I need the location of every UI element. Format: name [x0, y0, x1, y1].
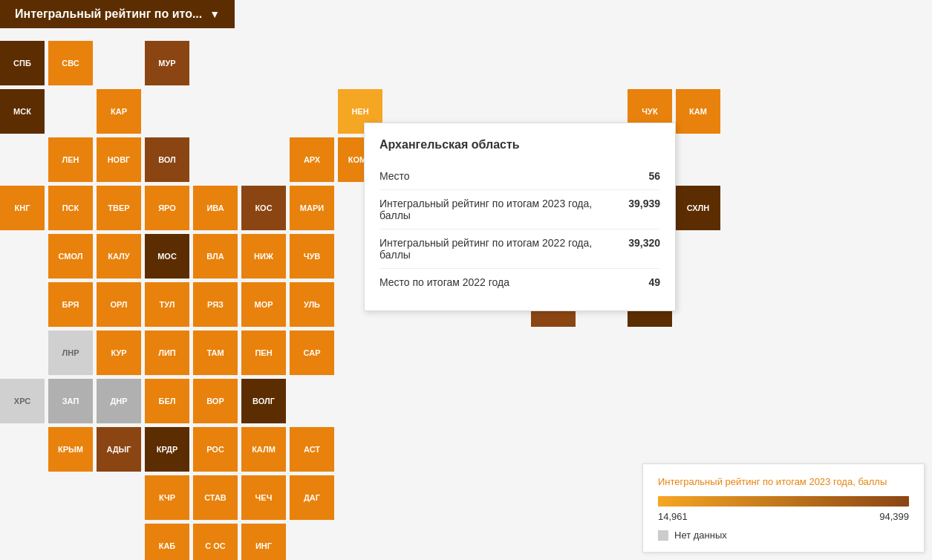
map-cell-dag[interactable]: ДАГ	[290, 475, 334, 520]
map-cell-lnr[interactable]: ЛНР	[48, 331, 93, 375]
map-cell-iva[interactable]: ИВА	[193, 186, 238, 230]
map-cell-volg[interactable]: ВОЛГ	[241, 379, 286, 423]
map-cell-pen[interactable]: ПЕН	[241, 331, 286, 375]
map-cell-kar[interactable]: КАР	[97, 89, 141, 134]
no-data-label: Нет данных	[674, 530, 727, 541]
map-cell-bry[interactable]: БРЯ	[48, 282, 93, 327]
legend-gradient-bar	[658, 496, 909, 507]
map-cell-ros[interactable]: РОС	[193, 427, 238, 472]
header-dropdown[interactable]: Интегральный рейтинг по ито... ▼	[0, 0, 235, 28]
map-cell-nizh[interactable]: НИЖ	[241, 234, 286, 279]
map-cell-tul[interactable]: ТУЛ	[145, 282, 189, 327]
tooltip-title: Архангельская область	[379, 138, 660, 152]
map-cell-krdr[interactable]: КРДР	[145, 427, 189, 472]
tooltip-row-value: 49	[648, 276, 660, 288]
map-cell-novg[interactable]: НОВГ	[97, 137, 141, 182]
map-cell-kab[interactable]: КАБ	[145, 524, 189, 560]
map-cell-dnr[interactable]: ДНР	[97, 379, 141, 423]
map-cell-hrc[interactable]: ХРС	[0, 379, 45, 423]
map-cell-stav[interactable]: СТАВ	[193, 475, 238, 520]
map-cell-lip[interactable]: ЛИП	[145, 331, 189, 375]
tooltip-row: Место по итогам 2022 года49	[379, 269, 660, 296]
map-cell-msk[interactable]: МСК	[0, 89, 45, 134]
map-cell-ul[interactable]: УЛЬ	[290, 282, 334, 327]
tooltip-row-value: 39,939	[628, 198, 660, 221]
map-cell-mur[interactable]: МУР	[145, 41, 189, 85]
map-cell-kur[interactable]: КУР	[97, 331, 141, 375]
map-cell-psk[interactable]: ПСК	[48, 186, 93, 230]
map-cell-kalm[interactable]: КАЛМ	[241, 427, 286, 472]
chevron-down-icon: ▼	[209, 8, 220, 20]
no-data-square	[658, 530, 668, 541]
legend-title: Интегральный рейтинг по итогам 2023 года…	[658, 475, 909, 489]
tooltip-row: Интегральный рейтинг по итогам 2022 года…	[379, 229, 660, 269]
tooltip-row: Место56	[379, 163, 660, 190]
map-cell-krym[interactable]: КРЫМ	[48, 427, 93, 472]
map-cell-skhn[interactable]: СХЛН	[676, 186, 720, 230]
map-cell-bel[interactable]: БЕЛ	[145, 379, 189, 423]
tooltip-row-label: Место	[379, 170, 648, 182]
legend-min: 14,961	[658, 511, 688, 522]
map-cell-chuv[interactable]: ЧУВ	[290, 234, 334, 279]
tooltip-row-label: Интегральный рейтинг по итогам 2023 года…	[379, 198, 628, 221]
map-cell-smol[interactable]: СМОЛ	[48, 234, 93, 279]
map-cell-adyg[interactable]: АДЫГ	[97, 427, 141, 472]
map-cell-arkh[interactable]: АРХ	[290, 137, 334, 182]
tooltip-row-value: 39,320	[628, 237, 660, 261]
map-cell-vor[interactable]: ВОР	[193, 379, 238, 423]
map-cell-ing[interactable]: ИНГ	[241, 524, 286, 560]
map-cell-mari[interactable]: МАРИ	[290, 186, 334, 230]
map-cell-ryz[interactable]: РЯЗ	[193, 282, 238, 327]
map-cell-spb[interactable]: СПБ	[0, 41, 45, 85]
header-title: Интегральный рейтинг по ито...	[15, 7, 202, 21]
map-cell-orl[interactable]: ОРЛ	[97, 282, 141, 327]
map-cell-kalu[interactable]: КАЛУ	[97, 234, 141, 279]
map-cell-kng[interactable]: КНГ	[0, 186, 45, 230]
map-cell-vol[interactable]: ВОЛ	[145, 137, 189, 182]
map-cell-ast[interactable]: АСТ	[290, 427, 334, 472]
map-cell-kam[interactable]: КАМ	[676, 89, 720, 134]
map-cell-sos[interactable]: С ОС	[193, 524, 238, 560]
map-cell-mor[interactable]: МОР	[241, 282, 286, 327]
tooltip-row: Интегральный рейтинг по итогам 2023 года…	[379, 190, 660, 229]
map-cell-kchr[interactable]: КЧР	[145, 475, 189, 520]
map-cell-mos[interactable]: МОС	[145, 234, 189, 279]
map-cell-vla[interactable]: ВЛА	[193, 234, 238, 279]
legend-box: Интегральный рейтинг по итогам 2023 года…	[642, 463, 925, 553]
legend-values: 14,961 94,399	[658, 511, 909, 522]
map-cell-len[interactable]: ЛЕН	[48, 137, 93, 182]
tooltip-row-label: Интегральный рейтинг по итогам 2022 года…	[379, 237, 628, 261]
map-cell-yaro[interactable]: ЯРО	[145, 186, 189, 230]
legend-no-data: Нет данных	[658, 530, 909, 541]
map-cell-zap[interactable]: ЗАП	[48, 379, 93, 423]
tooltip-row-label: Место по итогам 2022 года	[379, 276, 648, 288]
map-cell-chech[interactable]: ЧЕЧ	[241, 475, 286, 520]
map-cell-tam[interactable]: ТАМ	[193, 331, 238, 375]
legend-max: 94,399	[879, 511, 909, 522]
map-cell-kos[interactable]: КОС	[241, 186, 286, 230]
map-cell-svs[interactable]: СВС	[48, 41, 93, 85]
tooltip-row-value: 56	[648, 170, 660, 182]
region-tooltip: Архангельская область Место56Интегральны…	[364, 123, 676, 311]
map-cell-sar[interactable]: САР	[290, 331, 334, 375]
map-cell-tver[interactable]: ТВЕР	[97, 186, 141, 230]
